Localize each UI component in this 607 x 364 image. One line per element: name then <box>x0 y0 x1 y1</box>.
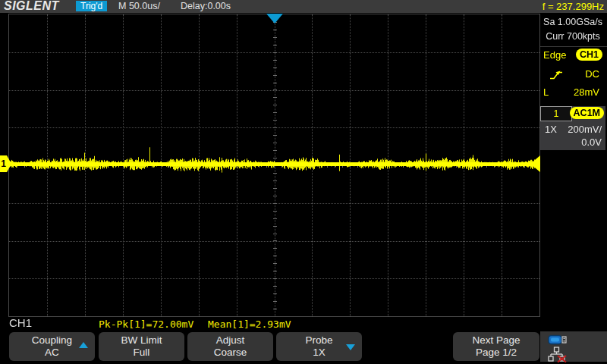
softkey-next-page-value: Page 1/2 <box>453 347 539 359</box>
ch1-offset-readout: 0.0V <box>581 136 602 148</box>
trigger-slope-row: DC <box>540 67 605 83</box>
trigger-type-label: Edge <box>543 49 566 61</box>
ch1-scale-readout: 200mV/ <box>568 124 602 135</box>
ch1-waveform-trace <box>9 14 539 316</box>
sample-rate-readout: Sa 1.00GSa/s <box>540 17 605 27</box>
trigger-level-label: L <box>543 86 549 98</box>
lan-disconnected-icon <box>548 347 569 362</box>
timebase-readout: M 50.0us/ <box>118 1 160 11</box>
brand-logo: SIGLENT <box>4 0 59 13</box>
ch1-ground-marker: 1 <box>0 155 7 172</box>
trigger-level-readout: 28mV <box>574 86 599 98</box>
softkey-bw-limit-title: BW Limit <box>99 334 184 347</box>
peripheral-indicator-block <box>540 331 607 362</box>
trigger-type-row: Edge CH1 <box>540 49 605 64</box>
softkey-adjust-title: Adjust <box>187 334 273 347</box>
softkey-coupling-value: AC <box>9 347 95 359</box>
trigger-level-row: L 28mV <box>540 86 605 101</box>
ch1-probe-readout: 1X <box>545 124 557 135</box>
top-status-bar: SIGLENT Trig'd M 50.0us/ Delay:0.00s f =… <box>0 0 607 13</box>
down-arrow-icon <box>346 344 355 350</box>
trigger-position-marker <box>266 14 283 24</box>
memory-depth-readout: Curr 700kpts <box>540 31 605 42</box>
usb-icon <box>548 334 568 346</box>
sidebar-divider <box>540 46 607 47</box>
softkey-coupling[interactable]: Coupling AC <box>9 332 95 361</box>
trigger-coupling-readout: DC <box>585 68 599 80</box>
ch1-coupling-badge: AC1M <box>570 107 604 119</box>
active-channel-label: CH1 <box>9 316 32 329</box>
measurement-pkpk: Pk-Pk[1]=72.00mV <box>99 318 193 330</box>
softkey-probe[interactable]: Probe 1X <box>276 332 362 361</box>
ch1-info-box: 1 AC1M 1X 200mV/ 0.0V <box>540 106 605 150</box>
trigger-level-marker <box>530 155 540 172</box>
measurement-mean: Mean[1]=2.93mV <box>208 318 291 330</box>
frequency-counter: f = 237.299Hz <box>543 1 604 12</box>
ch1-number-tab: 1 <box>540 106 572 121</box>
softkey-next-page-title: Next Page <box>453 334 539 347</box>
rising-edge-icon <box>549 69 564 80</box>
trigger-status-badge: Trig'd <box>76 1 107 11</box>
delay-readout: Delay:0.00s <box>181 1 231 11</box>
softkey-next-page[interactable]: Next Page Page 1/2 <box>453 332 539 361</box>
softkey-adjust[interactable]: Adjust Coarse <box>187 332 273 361</box>
softkey-bw-limit-value: Full <box>99 347 184 359</box>
trigger-source-badge: CH1 <box>576 49 602 61</box>
up-arrow-icon <box>79 342 88 348</box>
oscilloscope-screen: SIGLENT Trig'd M 50.0us/ Delay:0.00s f =… <box>0 0 607 364</box>
softkey-adjust-value: Coarse <box>187 347 273 359</box>
softkey-bw-limit[interactable]: BW Limit Full <box>99 332 184 361</box>
